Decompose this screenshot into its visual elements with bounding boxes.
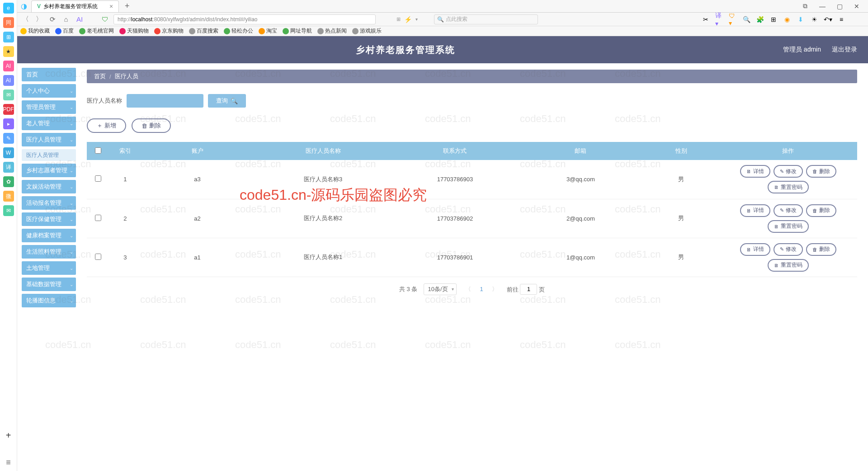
strip-icon[interactable]: ⊞ xyxy=(3,32,14,36)
shield-alt-icon[interactable]: 🛡▾ xyxy=(729,15,737,24)
bookmark-item[interactable]: 老毛桃官网 xyxy=(79,27,114,35)
fav-icon xyxy=(55,28,61,34)
translate-icon[interactable]: 译▾ xyxy=(715,15,723,24)
bookmark-item[interactable]: 轻松办公 xyxy=(224,27,253,35)
bookmark-item[interactable]: 我的收藏 xyxy=(20,27,50,35)
fav-icon xyxy=(154,28,160,34)
bookmark-item[interactable]: 网址导航 xyxy=(283,27,312,35)
shield-icon[interactable]: 🛡 xyxy=(100,14,110,24)
url-input[interactable]: http://localhost:8080/xylfwglxt/admin/di… xyxy=(113,14,376,24)
circle-icon[interactable]: ◉ xyxy=(783,15,791,24)
maximize-icon[interactable]: ▢ xyxy=(834,0,845,12)
download-icon[interactable]: ⬇ xyxy=(797,15,805,24)
menu-icon[interactable]: ≡ xyxy=(837,15,845,24)
browser-logo-icon: ◑ xyxy=(20,3,28,10)
fav-icon xyxy=(224,28,230,34)
tab-title: 乡村养老服务管理系统 xyxy=(43,3,98,10)
close-icon[interactable]: × xyxy=(109,3,113,10)
close-window-icon[interactable]: ✕ xyxy=(851,0,863,12)
apps-icon[interactable]: ⊞ xyxy=(769,15,778,24)
bookmark-item[interactable]: 京东购物 xyxy=(154,27,184,35)
bookmark-item[interactable]: 百度 xyxy=(55,27,74,35)
bookmark-item[interactable]: 游戏娱乐 xyxy=(352,27,382,35)
flash-icon[interactable]: ⚡ xyxy=(404,16,412,23)
new-tab-button[interactable]: + xyxy=(123,2,132,11)
fav-icon xyxy=(189,28,195,34)
bookmarks-bar: 我的收藏 百度 老毛桃官网 天猫购物 京东购物 百度搜索 轻松办公 淘宝 网址导… xyxy=(0,26,868,36)
browser-left-strip: e 同 ⊞ ★ AI AI ✉ PDF ▸ ✎ W 译 ✿ 微 ✉ + ≡ xyxy=(0,0,17,36)
browser-tab[interactable]: V 乡村养老服务管理系统 × xyxy=(31,0,119,12)
zoom-icon[interactable]: 🔍 xyxy=(742,15,750,24)
sun-icon[interactable]: ☀ xyxy=(810,15,818,24)
browser-urlbar: 〈 〉 ⟳ ⌂ AI 🛡 http://localhost:8080/xylfw… xyxy=(0,13,868,26)
strip-icon[interactable]: 同 xyxy=(3,17,14,28)
home-icon[interactable]: ⌂ xyxy=(61,14,71,24)
bookmark-item[interactable]: 百度搜索 xyxy=(189,27,218,35)
strip-icon[interactable]: e xyxy=(3,3,14,14)
fav-icon xyxy=(79,28,85,34)
star-icon xyxy=(20,28,27,34)
fav-icon xyxy=(283,28,289,34)
forward-icon[interactable]: 〉 xyxy=(34,14,44,24)
vue-icon: V xyxy=(37,3,41,9)
bookmark-item[interactable]: 淘宝 xyxy=(259,27,277,35)
ai-icon[interactable]: AI xyxy=(75,14,85,24)
chevron-down-icon[interactable]: ▾ xyxy=(415,17,418,22)
qr-icon[interactable]: ⊞ xyxy=(396,16,401,22)
minimize-icon[interactable]: — xyxy=(816,0,828,12)
browser-titlebar: ◑ V 乡村养老服务管理系统 × + ⧉ — ▢ ✕ xyxy=(0,0,868,13)
window-overlay-icon[interactable]: ⧉ xyxy=(799,0,811,12)
search-icon: 🔍 xyxy=(437,16,444,23)
scissors-icon[interactable]: ✂ xyxy=(702,15,710,24)
browser-search-input[interactable]: 🔍 点此搜索 xyxy=(434,14,538,24)
bookmark-item[interactable]: 热点新闻 xyxy=(317,27,347,35)
back-icon[interactable]: 〈 xyxy=(20,14,30,24)
bookmark-item[interactable]: 天猫购物 xyxy=(119,27,149,35)
fav-icon xyxy=(259,28,265,34)
undo-icon[interactable]: ↶▾ xyxy=(824,15,832,24)
fav-icon xyxy=(352,28,359,34)
fav-icon xyxy=(119,28,126,34)
puzzle-icon[interactable]: 🧩 xyxy=(756,15,764,24)
fav-icon xyxy=(317,28,324,34)
reload-icon[interactable]: ⟳ xyxy=(47,14,57,24)
